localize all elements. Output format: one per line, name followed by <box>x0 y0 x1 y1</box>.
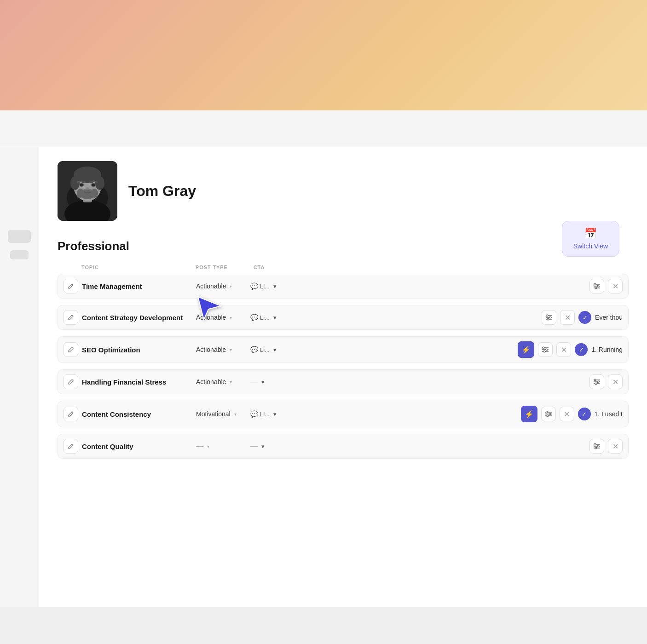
svg-point-27 <box>546 315 548 316</box>
topic-name: Content Consistency <box>82 410 192 418</box>
hero-banner <box>0 0 647 110</box>
post-type-dropdown[interactable]: Actionable▾ <box>196 314 247 321</box>
col-header-cta: CTA <box>254 264 300 270</box>
content-panel: Tom Gray 📅 Switch View Professional TOPI… <box>39 147 647 607</box>
switch-view-button[interactable]: 📅 Switch View <box>562 221 619 257</box>
close-button[interactable]: ✕ <box>556 342 571 357</box>
settings-button[interactable] <box>589 279 604 293</box>
svg-point-46 <box>549 413 551 415</box>
svg-point-10 <box>80 184 83 186</box>
cta-dropdown[interactable]: —▾ <box>250 378 292 386</box>
table-row: Handling Financial StressActionable▾—▾ ✕ <box>58 369 629 394</box>
svg-point-45 <box>546 411 548 413</box>
topic-name: Content Quality <box>82 443 192 450</box>
post-type-dropdown[interactable]: —▾ <box>196 442 247 450</box>
edit-button[interactable] <box>64 439 78 454</box>
topic-name: Content Strategy Development <box>82 314 192 322</box>
post-type-dropdown[interactable]: Actionable▾ <box>196 282 247 290</box>
sidebar-placeholder-1 <box>8 230 31 243</box>
cta-dropdown[interactable]: 💬Li...▾ <box>250 346 292 353</box>
edit-button[interactable] <box>64 342 78 357</box>
svg-point-39 <box>594 379 596 381</box>
preview-text: 1. I used t <box>595 410 623 418</box>
table-row: Content ConsistencyMotivational▾💬Li...▾⚡… <box>58 401 629 427</box>
topic-name: Time Management <box>82 282 192 290</box>
sub-header <box>0 110 647 147</box>
cta-dropdown[interactable]: 💬Li...▾ <box>250 314 292 321</box>
edit-button[interactable] <box>64 310 78 325</box>
column-headers: TOPIC POST TYPE CTA <box>58 264 629 274</box>
settings-button[interactable] <box>589 374 604 389</box>
section-title: Professional <box>58 239 629 253</box>
topic-name: SEO Optimization <box>82 346 192 354</box>
svg-point-23 <box>595 287 597 289</box>
close-button[interactable]: ✕ <box>608 374 623 389</box>
preview-text: Ever thou <box>595 314 623 321</box>
cta-dropdown[interactable]: 💬Li...▾ <box>250 410 292 418</box>
svg-point-40 <box>597 381 599 383</box>
svg-point-35 <box>543 351 545 352</box>
table-row: SEO OptimizationActionable▾💬Li...▾⚡ ✕✓1.… <box>58 336 629 363</box>
post-type-dropdown[interactable]: Actionable▾ <box>196 378 247 385</box>
cta-dropdown[interactable]: 💬Li...▾ <box>250 282 292 290</box>
profile-section: Tom Gray <box>58 161 629 221</box>
svg-point-33 <box>543 347 544 349</box>
settings-button[interactable] <box>542 310 556 325</box>
sidebar-placeholder-2 <box>10 250 29 259</box>
svg-point-52 <box>597 445 599 447</box>
profile-name: Tom Gray <box>128 183 196 200</box>
svg-point-21 <box>594 283 596 285</box>
close-button[interactable]: ✕ <box>560 310 575 325</box>
close-button[interactable]: ✕ <box>608 439 623 454</box>
table-row: Content Strategy DevelopmentActionable▾💬… <box>58 305 629 330</box>
avatar <box>58 161 117 221</box>
verified-icon: ✓ <box>578 408 591 420</box>
post-type-dropdown[interactable]: Motivational▾ <box>196 410 247 418</box>
main-content: Tom Gray 📅 Switch View Professional TOPI… <box>0 147 647 607</box>
sidebar <box>0 147 39 607</box>
edit-button[interactable] <box>64 279 78 293</box>
flash-button[interactable]: ⚡ <box>521 406 537 422</box>
post-type-dropdown[interactable]: Actionable▾ <box>196 346 247 353</box>
table-row: Content Quality—▾—▾ ✕ <box>58 434 629 459</box>
close-button[interactable]: ✕ <box>608 279 623 293</box>
flash-button[interactable]: ⚡ <box>518 341 534 358</box>
cta-dropdown[interactable]: —▾ <box>250 442 292 450</box>
svg-point-28 <box>549 316 551 318</box>
col-header-topic: TOPIC <box>81 264 192 270</box>
svg-point-34 <box>546 349 548 351</box>
verified-icon: ✓ <box>578 311 591 324</box>
col-header-post-type: POST TYPE <box>196 264 250 270</box>
svg-point-15 <box>77 189 84 198</box>
edit-button[interactable] <box>64 407 78 421</box>
calendar-icon: 📅 <box>584 228 597 240</box>
svg-point-11 <box>92 184 95 186</box>
topic-name: Handling Financial Stress <box>82 378 192 386</box>
table-row: Time ManagementActionable▾💬Li...▾ ✕ <box>58 274 629 299</box>
svg-point-6 <box>70 176 80 190</box>
svg-point-53 <box>595 447 597 449</box>
settings-button[interactable] <box>538 342 553 357</box>
preview-text: 1. Running <box>591 346 623 353</box>
edit-button[interactable] <box>64 374 78 389</box>
svg-point-51 <box>594 443 596 445</box>
settings-button[interactable] <box>589 439 604 454</box>
switch-view-label: Switch View <box>573 242 608 250</box>
settings-button[interactable] <box>541 407 556 421</box>
svg-point-41 <box>595 383 597 385</box>
svg-point-22 <box>597 285 599 287</box>
svg-point-29 <box>547 318 549 320</box>
svg-point-47 <box>547 415 549 417</box>
verified-icon: ✓ <box>575 343 588 356</box>
close-button[interactable]: ✕ <box>560 407 574 421</box>
svg-point-7 <box>95 176 104 190</box>
svg-point-16 <box>91 189 98 198</box>
rows-container: Time ManagementActionable▾💬Li...▾ ✕Conte… <box>58 274 629 462</box>
